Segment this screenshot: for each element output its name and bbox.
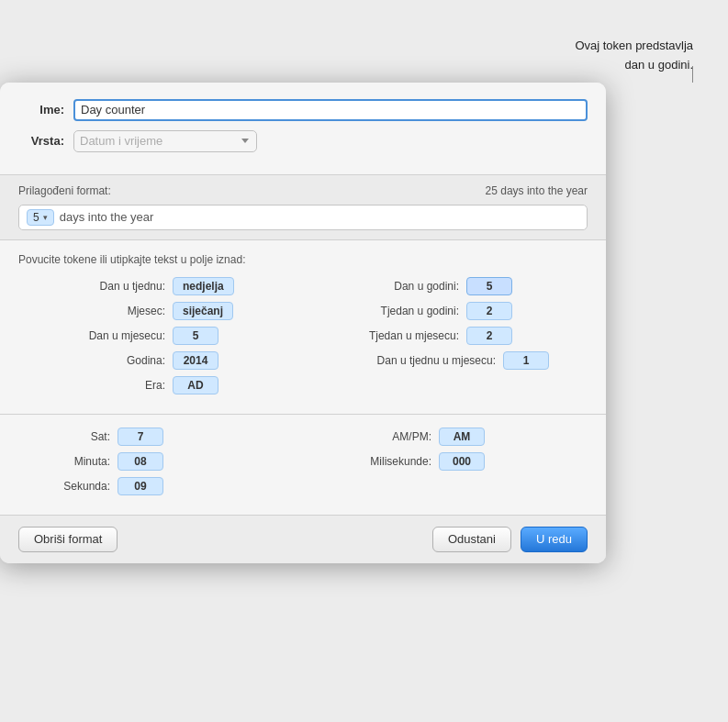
table-row: AM/PM: AM: [312, 428, 588, 446]
token-label: Tjedan u godini:: [312, 305, 459, 317]
time-label: Sat:: [18, 430, 110, 443]
token-label: Dan u godini:: [312, 280, 459, 293]
tokens-instruction: Povucite tokene ili utipkajte tekst u po…: [18, 253, 588, 266]
tooltip-line1: Ovaj token predstavlja: [575, 39, 693, 52]
time-label: Milisekunde:: [312, 455, 431, 468]
token-label: Era:: [18, 379, 165, 392]
token-value-dan-mjesecu[interactable]: 5: [173, 327, 218, 345]
token-label: Godina:: [18, 354, 165, 367]
token-chip-arrow: ▾: [43, 213, 48, 222]
token-value-tjedan-godini[interactable]: 2: [466, 302, 512, 320]
time-value-minuta[interactable]: 08: [118, 452, 163, 471]
table-row: Era: AD: [18, 376, 294, 394]
token-label: Dan u mjesecu:: [18, 329, 165, 342]
token-value-dan-tjednu-mjesecu[interactable]: 1: [503, 351, 549, 370]
time-label: Sekunda:: [18, 480, 110, 493]
token-label: Dan u tjednu u mjesecu:: [312, 354, 496, 367]
token-value-dan-tjednu[interactable]: nedjelja: [173, 277, 234, 295]
vrsta-label: Vrsta:: [18, 134, 64, 148]
table-row: Milisekunde: 000: [312, 452, 588, 471]
time-label: Minuta:: [18, 455, 110, 468]
token-label: Mjesec:: [18, 305, 165, 317]
ime-input[interactable]: [73, 99, 588, 121]
tokens-right-col: Dan u godini: 5 Tjedan u godini: 2 Tjeda…: [312, 277, 588, 401]
table-row: Sat: 7: [18, 428, 294, 446]
time-value-milisekunde[interactable]: 000: [439, 452, 485, 471]
time-label: AM/PM:: [312, 430, 431, 443]
format-preview: 25 days into the year: [486, 184, 588, 197]
table-row: Dan u tjednu u mjesecu: 1: [312, 351, 588, 370]
table-row: Sekunda: 09: [18, 477, 294, 495]
tooltip-line2: dan u godini.: [625, 58, 693, 72]
time-left-col: Sat: 7 Minuta: 08 Sekunda: 09: [18, 428, 294, 502]
token-chip[interactable]: 5 ▾: [27, 209, 54, 226]
token-value-tjedan-mjesecu[interactable]: 2: [466, 327, 512, 345]
vrsta-select[interactable]: Datum i vrijeme: [73, 130, 257, 152]
table-row: Tjedan u godini: 2: [312, 302, 588, 320]
table-row: Mjesec: siječanj: [18, 302, 294, 320]
ok-button[interactable]: U redu: [521, 527, 588, 552]
time-value-sat[interactable]: 7: [118, 428, 163, 446]
token-value-dan-godini[interactable]: 5: [466, 277, 512, 295]
time-value-sekunda[interactable]: 09: [118, 477, 163, 495]
time-grid: Sat: 7 Minuta: 08 Sekunda: 09 AM/PM: [18, 428, 588, 502]
cancel-button[interactable]: Odustani: [432, 527, 511, 552]
token-value-godina[interactable]: 2014: [173, 351, 218, 370]
table-row: Dan u godini: 5: [312, 277, 588, 295]
time-value-ampm[interactable]: AM: [439, 428, 485, 446]
time-right-col: AM/PM: AM Milisekunde: 000: [312, 428, 588, 502]
table-row: Tjedan u mjesecu: 2: [312, 327, 588, 345]
tokens-left-col: Dan u tjednu: nedjelja Mjesec: siječanj …: [18, 277, 294, 401]
token-label: Dan u tjednu:: [18, 280, 165, 293]
token-value-era[interactable]: AD: [173, 376, 218, 394]
ok-cancel-group: Odustani U redu: [432, 527, 588, 552]
token-chip-value: 5: [33, 211, 39, 224]
ime-label: Ime:: [18, 103, 64, 117]
clear-format-button[interactable]: Obriši format: [18, 527, 118, 552]
table-row: Dan u tjednu: nedjelja: [18, 277, 294, 295]
format-text: days into the year: [60, 210, 154, 224]
table-row: Godina: 2014: [18, 351, 294, 370]
table-row: Minuta: 08: [18, 452, 294, 471]
token-value-mjesec[interactable]: siječanj: [173, 302, 233, 320]
table-row: Dan u mjesecu: 5: [18, 327, 294, 345]
tokens-grid: Dan u tjednu: nedjelja Mjesec: siječanj …: [18, 277, 588, 401]
button-bar: Obriši format Odustani U redu: [0, 516, 606, 563]
token-label: Tjedan u mjesecu:: [312, 329, 459, 342]
format-label: Prilagođeni format:: [18, 184, 111, 197]
format-input-row: 5 ▾ days into the year: [18, 205, 588, 230]
